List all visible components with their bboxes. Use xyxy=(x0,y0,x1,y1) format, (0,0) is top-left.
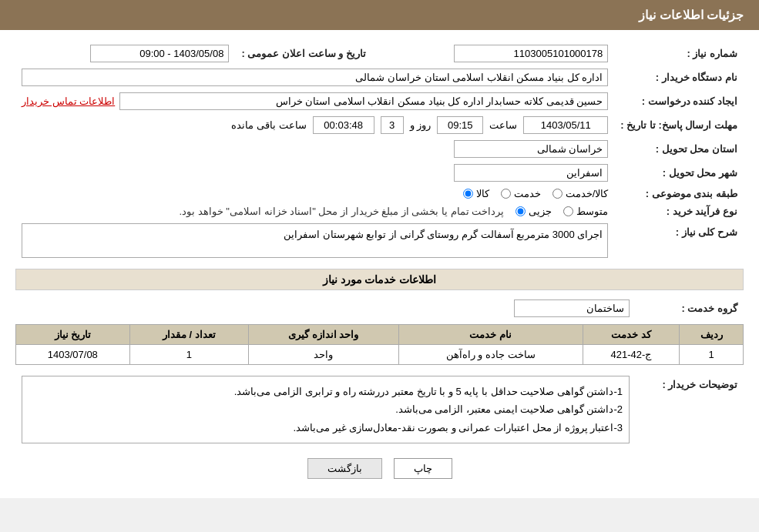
purchase-type-note: پرداخت تمام یا بخشی از مبلغ خریدار از مح… xyxy=(179,206,504,217)
col-header-unit: واحد اندازه گیری xyxy=(249,325,399,345)
need-number-value: 1103005101000178 xyxy=(454,45,608,62)
header-info-table: شماره نیاز : 1103005101000178 تاریخ و سا… xyxy=(15,42,744,261)
category-label: طبقه بندی موضوعی : xyxy=(614,185,744,202)
main-content: شماره نیاز : 1103005101000178 تاریخ و سا… xyxy=(0,30,759,498)
creator-contact-link[interactable]: اطلاعات تماس خریدار xyxy=(22,95,115,107)
response-days-value: 3 xyxy=(381,116,404,134)
print-button[interactable]: چاپ xyxy=(394,458,452,479)
remaining-label: ساعت باقی مانده xyxy=(231,119,306,131)
creator-value: حسین قدیمی کلاته حسابدار اداره کل بنیاد … xyxy=(119,92,608,110)
buyer-org-value: اداره کل بنیاد مسکن انقلاب اسلامی استان … xyxy=(22,69,608,86)
purchase-type-label: نوع فرآیند خرید : xyxy=(614,202,744,220)
response-date-value: 1403/05/11 xyxy=(523,116,608,134)
service-group-label: گروه خدمت : xyxy=(636,296,744,320)
announce-datetime-label: تاریخ و ساعت اعلان عمومی : xyxy=(235,42,371,65)
table-row: 1ج-42-421ساخت جاده و راه‌آهنواحد11403/07… xyxy=(16,345,744,365)
category-kala-khedmat-label: کالا/خدمت xyxy=(566,188,609,199)
note-line: 1-داشتن گواهی صلاحیت حداقل با پایه 5 و ب… xyxy=(29,383,623,400)
purchase-type-medium-label: متوسط xyxy=(576,206,608,217)
col-header-date: تاریخ نیاز xyxy=(16,325,130,345)
col-header-code: کد خدمت xyxy=(583,325,680,345)
page-title: جزئیات اطلاعات نیاز xyxy=(639,8,744,22)
response-deadline-label: مهلت ارسال پاسخ: تا تاریخ : xyxy=(614,113,744,137)
col-header-name: نام خدمت xyxy=(398,325,583,345)
category-option-kala[interactable]: کالا xyxy=(463,188,489,199)
services-table: ردیف کد خدمت نام خدمت واحد اندازه گیری ت… xyxy=(15,324,744,365)
page-header: جزئیات اطلاعات نیاز xyxy=(0,0,759,30)
need-desc-value: اجرای 3000 مترمربع آسفالت گرم روستای گرا… xyxy=(22,223,608,258)
category-option-kala-khedmat[interactable]: کالا/خدمت xyxy=(552,188,609,199)
need-number-label: شماره نیاز : xyxy=(614,42,744,65)
service-group-table: گروه خدمت : ساختمان xyxy=(15,296,744,320)
category-kala-radio[interactable] xyxy=(463,189,473,199)
category-radio-group: کالا/خدمت خدمت کالا xyxy=(22,188,608,199)
category-khedmat-radio[interactable] xyxy=(501,189,511,199)
purchase-type-option-partial[interactable]: جزیی xyxy=(516,206,552,217)
announce-datetime-value: 1403/05/08 - 09:00 xyxy=(90,45,229,62)
category-kala-label: کالا xyxy=(476,188,489,199)
notes-label: توضیحات خریدار : xyxy=(636,373,744,447)
response-day-label: روز و xyxy=(410,119,432,131)
action-buttons: چاپ بازگشت xyxy=(15,458,744,479)
response-time-value: 09:15 xyxy=(437,116,483,134)
col-header-qty: تعداد / مقدار xyxy=(129,325,248,345)
note-line: 3-اعتبار پروژه از محل اعتبارات عمرانی و … xyxy=(29,419,623,437)
service-group-value: ساختمان xyxy=(514,299,630,317)
notes-table: توضیحات خریدار : 1-داشتن گواهی صلاحیت حد… xyxy=(15,373,744,447)
category-kala-khedmat-radio[interactable] xyxy=(552,189,563,199)
purchase-type-partial-label: جزیی xyxy=(529,206,552,217)
delivery-province-value: خراسان شمالی xyxy=(454,140,608,158)
category-option-khedmat[interactable]: خدمت xyxy=(501,188,541,199)
delivery-city-label: شهر محل تحویل : xyxy=(614,161,744,185)
delivery-city-value: اسفراین xyxy=(454,164,608,182)
category-khedmat-label: خدمت xyxy=(514,188,541,199)
response-time-label: ساعت xyxy=(489,119,517,131)
note-line: 2-داشتن گواهی صلاحیت ایمنی معتبر، الزامی… xyxy=(29,400,623,418)
delivery-province-label: استان محل تحویل : xyxy=(614,137,744,161)
purchase-type-radio-group: متوسط جزیی xyxy=(516,206,608,217)
creator-label: ایجاد کننده درخواست : xyxy=(614,89,744,113)
notes-content: 1-داشتن گواهی صلاحیت حداقل با پایه 5 و ب… xyxy=(22,376,630,443)
back-button[interactable]: بازگشت xyxy=(307,458,382,479)
remaining-time-value: 00:03:48 xyxy=(313,116,374,134)
col-header-row: ردیف xyxy=(680,325,744,345)
purchase-type-medium-radio[interactable] xyxy=(563,206,573,216)
need-desc-label: شرح کلی نیاز : xyxy=(614,220,744,261)
page-wrapper: جزئیات اطلاعات نیاز شماره نیاز : 1103005… xyxy=(0,0,759,498)
services-section-title: اطلاعات خدمات مورد نیاز xyxy=(15,269,744,290)
buyer-org-label: نام دستگاه خریدار : xyxy=(614,65,744,89)
purchase-type-partial-radio[interactable] xyxy=(516,206,526,216)
purchase-type-option-medium[interactable]: متوسط xyxy=(563,206,608,217)
